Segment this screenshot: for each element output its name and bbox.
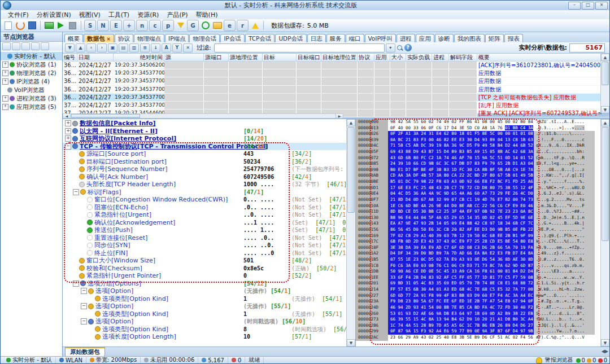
hex-row[interactable]: 0000023AF9 D8 23 80 5A 67 FC EE 6F ED 1E… [356,299,609,305]
scroll-up-icon[interactable]: ▲ [601,54,609,61]
view-tab[interactable]: 服务 [326,34,345,42]
hex-row[interactable]: 0000007243 6D 6B 80 FC C2 1A 74 46 AF 70… [356,155,609,161]
sidebar-item[interactable]: +进程浏览器 (3) [1,94,62,103]
save-icon[interactable] [27,20,37,30]
hex-row[interactable]: 000001EE33 6F F4 2B D4 83 92 AF C5 FF 05… [356,275,609,281]
analysis-settings-icon[interactable]: S [84,20,96,31]
decode-tree-row[interactable]: 选项类型[Option Kind]8(时间戳选项) [56/1] [63,326,347,334]
pane-layout-icon[interactable]: ▣ [108,43,117,52]
column-header[interactable]: 实际负载 [406,54,432,61]
expand-icon[interactable]: + [2,70,8,76]
replay-icon[interactable] [200,20,211,30]
menu-item[interactable]: 分析设置(N) [33,11,75,19]
hex-row[interactable]: 0000018F3E 38 DA 39 EA E9 AD C7 6F 6D 08… [356,245,609,251]
expand-icon[interactable]: + [65,135,71,142]
decode-tree-row[interactable]: 选项类型[Option Kind]1(无操作) [55/1] [63,310,347,318]
hex-row[interactable]: 0000026053 01 93 D2 AE 66 9A DB E3 64 97… [356,311,609,317]
menu-item[interactable]: 文件(F) [4,11,33,19]
scroll-right-icon[interactable]: ▶ [336,114,343,118]
adapter-icon[interactable] [43,20,54,30]
alarm-explorer-label[interactable]: 警报浏览器 [545,356,573,364]
explorer-sort-icon[interactable] [12,42,20,50]
view-tab[interactable]: 报表 [504,34,523,42]
highlight-icon[interactable]: A [162,43,171,52]
hex-row[interactable]: 000002861C 74 4A 51 28 B9 7D A5 A5 6C 1C… [356,323,609,329]
hex-row[interactable]: 000000F721 8D D4 0D 67 A8 32 99 07 CB C1… [356,197,609,203]
column-header[interactable]: 源 [164,54,204,61]
hex-row[interactable]: 000002276D 6D 77 2A 91 F8 99 4F 83 BB 03… [356,293,609,299]
decode-tree-row[interactable]: −选项[Option](时间戳选项) [56/10] [63,318,347,326]
export-packets-icon[interactable]: ▼ [65,43,75,52]
decode-tree-row[interactable]: 紧急指针位[Urgent]..0. ....(Not Set) [47/1] 0… [63,211,347,219]
expand-icon[interactable]: + [2,62,8,68]
scroll-left-icon[interactable]: ◀ [63,114,71,118]
expand-icon[interactable]: + [65,120,71,126]
prev-packet-icon[interactable]: ‹ [86,43,96,52]
hex-row[interactable]: 00000098B0 E1 D7 BF BE 4F 38 B3 1D FC 30… [356,167,609,173]
close-button[interactable]: × [595,2,608,10]
hex-row[interactable]: 0000024D46 94 2D 93 41 54 00 8B 7E 85 CA… [356,305,609,311]
hex-row[interactable]: 000001B507 55 1E 23 0C D5 02 7A E9 A3 93… [356,257,609,263]
decode-pane-icon[interactable]: ▤ [119,43,128,52]
expand-icon[interactable]: − [81,288,87,294]
hex-row[interactable]: 000000260F 2F A1 3A 24 31 E4 62 80 18 01… [356,131,609,137]
decode-tree-row[interactable]: −选项[Option](无操作) [55/1] [63,302,347,310]
hex-row[interactable]: 0000004C71 58 C5 AB DC 39 19 8A 36 9C D5… [356,143,609,149]
hex-row[interactable]: 0000011D8D BD CE D5 30 BB C2 25 3F 4A EF… [356,209,609,215]
packet-list-hscrollbar[interactable]: ◀ ▶ [63,113,343,119]
hex-row[interactable]: 000001DB50 90 A6 CE DD 0E 5C 45 33 A9 CA… [356,269,609,275]
node-explorer-icon[interactable]: E [110,20,122,31]
hex-row[interactable]: 000000ABCD AA 3A DF 4B 57 3A 80 CA 22 2C… [356,173,609,179]
view-tab[interactable]: VoIP呼叫 [365,34,396,42]
hex-row[interactable]: 0000015686 56 45 D0 50 E6 3C CB 20 82 AF… [356,227,609,233]
close-tab-icon[interactable]: × [107,36,111,42]
view-tab[interactable]: 日志 [307,34,326,42]
view-tab[interactable]: TCP会话 [245,34,274,42]
hex-row[interactable]: 000001697F 02 C8 29 A1 40 39 03 7B 12 19… [356,233,609,239]
import-packets-icon[interactable]: ▲ [76,43,85,52]
packet-row[interactable]: 36...2024/12/2719:20:37.345377000应用数据 [63,86,609,94]
view-tab[interactable]: 我的图表 [454,34,485,42]
minimize-button[interactable]: – [568,2,581,10]
menu-item[interactable]: 视图(V) [75,11,104,19]
explorer-alarm-icon[interactable] [31,42,40,50]
decode-tree-row[interactable]: 选项类型[Option Kind]1(无操作) [54/1] [63,295,347,303]
filter-icon[interactable] [175,20,186,30]
decode-tree-row[interactable]: 终止位[FIN].... ...0(Not Set) [47/1] 0x01 [63,249,347,257]
view-tab[interactable]: IP端点 [165,34,189,42]
column-header[interactable]: 绝对时间 [114,54,164,61]
decode-tree-row[interactable]: −TCP - 传输控制协议[TCP - Transmission Control… [63,143,347,151]
packet-display-icon[interactable]: p [162,20,174,31]
expand-icon[interactable]: + [2,104,8,110]
view-tab[interactable]: 矩阵 [485,34,504,42]
note-icon[interactable]: n [136,20,148,31]
expand-icon[interactable]: − [65,143,71,150]
hex-row[interactable]: 000000E404 4C D5 36 AA 4A 9C 9D 65 4A A6… [356,191,609,197]
decode-tree-row[interactable]: −选项[Option](无操作) [54/1] [63,287,347,295]
filter-dropdown-icon[interactable]: ▾ [386,43,395,52]
hex-row[interactable]: 00000130B8 96 E4 44 04 5F 4A 65 29 65 14… [356,215,609,221]
column-header[interactable]: 日期 [77,54,114,61]
scroll-down-icon[interactable]: ▼ [347,339,355,347]
decode-tree-row[interactable]: 窗口位[Congestion Window Reduced(CWR)]0... … [63,196,347,204]
expand-icon[interactable]: − [81,318,87,324]
view-tab[interactable]: 概要 [64,34,83,42]
scroll-thumb[interactable] [602,62,609,85]
help-icon[interactable]: ? [404,44,412,51]
sidebar-item[interactable]: +协议浏览器 (1) [1,60,62,69]
menu-item[interactable]: 资源(R) [133,11,163,19]
decode-vscrollbar[interactable]: ▲ ▼ [346,119,355,347]
explorer-export-icon[interactable] [41,42,49,50]
sidebar-item[interactable]: +应用浏览器 (5) [1,103,62,111]
column-header[interactable]: 概要 [477,54,602,61]
menu-item[interactable]: 工具(T) [104,11,133,19]
column-header[interactable]: 解码字段 [449,54,477,61]
expand-icon[interactable]: − [73,189,79,195]
packet-row[interactable]: 36...2024/12/2719:20:37.345377000应用数据 [63,77,609,85]
edit-icon[interactable]: e [224,20,236,31]
menu-item[interactable]: 产品(P) [163,11,191,19]
hex-row[interactable]: 0000000098 42 5A 55 60 02 74 49 02 FF 86… [356,119,609,125]
alarm-icon[interactable] [250,20,260,30]
explorer-refresh-icon[interactable] [21,42,30,50]
column-header[interactable]: 协议 [358,54,374,61]
